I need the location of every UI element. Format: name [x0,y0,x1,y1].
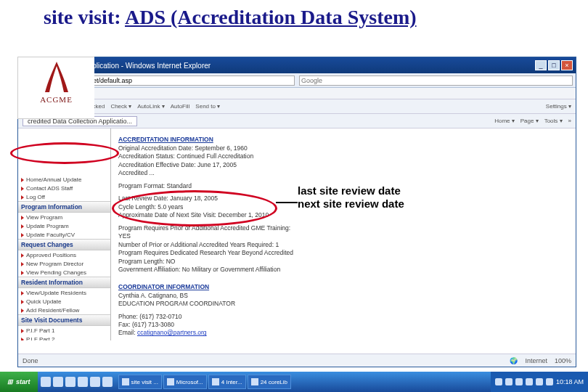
toolbar-tools[interactable]: Tools ▾ [544,118,563,124]
taskbar-item[interactable]: 4 Inter... [208,375,246,389]
taskbar-item-label: 4 Inter... [221,379,242,385]
sidebar-item[interactable]: Approved Positions [18,250,110,259]
taskbar-items: site visit ... Microsof... 4 Inter... 24… [115,372,491,392]
quick-launch-icon[interactable] [41,377,51,387]
browser-window: 🌐 Data Collection Application - Windows … [17,57,576,367]
sidebar-item[interactable]: Log Off [18,192,110,201]
arrow-icon [21,224,24,229]
arrow-icon [21,329,24,333]
arrow-icon [21,338,24,341]
sidebar-item-label: Approved Positions [26,252,76,258]
sidebar-item[interactable]: Update Faculty/CV [18,230,110,239]
taskbar-item[interactable]: Microsof... [163,375,207,389]
zoom-level[interactable]: 100% [555,357,571,364]
sidebar-item-label: P.I.F Part 1 [26,327,54,334]
callout-line1: last site review date [298,184,404,197]
clock[interactable]: 10:18 AM [556,378,584,385]
arrow-icon [21,309,24,313]
toolbar-item[interactable]: Send to ▾ [195,103,220,110]
sidebar-item[interactable]: P.I.F Part 1 [18,326,110,335]
arrow-icon [21,233,24,237]
arrow-icon [21,262,24,266]
sidebar-item-label: View Pending Changes [26,269,86,276]
sidebar-item-label: Log Off [26,194,45,200]
field: Original Accreditation Date: September 6… [118,144,568,152]
acgme-wordmark: ACGME [40,95,73,104]
taskbar-item-label: 24 coreLib [261,379,287,385]
arrow-icon [21,291,24,295]
quick-launch-icon[interactable] [90,377,100,387]
quick-launch-icon[interactable] [65,377,75,387]
start-label: start [16,378,30,385]
quick-launch-icon[interactable] [78,377,88,387]
section-heading: ACCREDITATION INFORMATION [118,136,568,143]
chevron-double-icon[interactable]: » [568,118,571,124]
app-icon [167,378,174,385]
toolbar-item[interactable]: AutoLink ▾ [137,103,164,110]
sidebar-section-header: Request Changes [18,239,110,250]
window-titlebar: 🌐 Data Collection Application - Windows … [18,57,576,73]
section-heading: COORDINATOR INFORMATION [118,283,568,290]
sidebar-item[interactable]: P.I.F Part 2 [18,335,110,340]
minimize-button[interactable]: _ [535,60,547,70]
status-bar: Done 🌍 Internet 100% [18,354,576,367]
app-icon [212,378,219,385]
sidebar-item[interactable]: Home/Annual Update [18,175,110,184]
sidebar-item[interactable]: View/Update Residents [18,288,110,297]
tray-icon[interactable] [505,378,513,385]
close-button[interactable]: × [561,60,573,70]
window-buttons: _ □ × [535,60,573,70]
sidebar-item[interactable]: Update Program [18,221,110,230]
field: Accreditation Effective Date: June 17, 2… [118,161,568,169]
sidebar-item[interactable]: New Program Director [18,259,110,268]
windows-logo-icon: ⊞ [7,378,13,385]
taskbar-item[interactable]: 24 coreLib [248,375,291,389]
quick-launch-icon[interactable] [102,377,113,387]
field: YES [118,232,568,240]
status-zone: Internet [525,357,547,364]
app-icon [122,378,129,385]
slide-title-link: ADS (Accreditation Data System) [125,6,417,28]
field: Government Affiliation: No Military or G… [118,266,568,274]
field: Number of Prior or Additional Accredited… [118,241,568,249]
coordinator-email-link[interactable]: ccatignano@partners.org [137,329,207,336]
toolbar-item[interactable]: AutoFill [171,103,190,110]
main-content: ACCREDITATION INFORMATION Original Accre… [111,128,576,340]
sidebar-item[interactable]: Quick Update [18,297,110,306]
sidebar: Home/Annual Update Contact ADS Staff Log… [18,128,111,340]
arrow-icon [21,271,24,275]
tray-icon[interactable] [495,378,502,385]
taskbar-item-label: site visit ... [131,379,158,385]
page-content: Home/Annual Update Contact ADS Staff Log… [18,128,576,340]
sidebar-item[interactable]: View Pending Changes [18,268,110,277]
taskbar-item[interactable]: site visit ... [118,375,162,389]
address-bar [18,73,576,88]
toolbar-page[interactable]: Page ▾ [520,118,539,124]
tray-icon[interactable] [536,378,543,385]
globe-icon: 🌍 [510,357,518,364]
tray-icon[interactable] [546,378,553,385]
app-icon [251,378,258,385]
start-button[interactable]: ⊞ start [0,372,38,392]
field: Program Length: NO [118,258,568,266]
quick-launch-icon[interactable] [53,377,63,387]
sidebar-item[interactable]: Add Resident/Fellow [18,306,110,314]
arrow-icon [21,195,24,200]
sidebar-item[interactable]: View Program [18,213,110,221]
toolbar-item[interactable]: Check ▾ [110,103,131,110]
tray-icon[interactable] [515,378,523,385]
tray-icon[interactable] [526,378,533,385]
field: Email: ccatignano@partners.org [118,329,568,337]
maximize-button[interactable]: □ [548,60,560,70]
arrow-icon [21,178,24,182]
field: Phone: (617) 732-0710 [118,313,568,321]
toolbar-settings[interactable]: Settings ▾ [546,103,571,110]
sidebar-item-label: Quick Update [26,298,61,305]
field: Approximate Date of Next Site Visit: Dec… [118,211,568,219]
sidebar-item[interactable]: Contact ADS Staff [18,184,110,192]
search-input[interactable] [299,75,573,86]
toolbar-home[interactable]: Home ▾ [494,118,515,124]
google-toolbar: Go ▾ Bookmarks ▾ 0 blocked Check ▾ AutoL… [18,99,576,114]
sidebar-item-label: Home/Annual Update [26,176,82,183]
arrow-icon [21,187,24,191]
